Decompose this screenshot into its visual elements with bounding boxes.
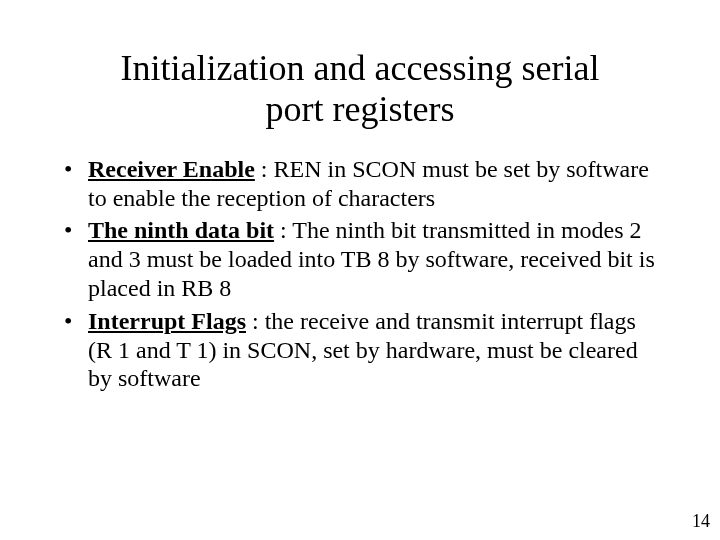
slide: Initialization and accessing serial port… [0, 0, 720, 540]
bullet-term: The ninth data bit [88, 217, 274, 243]
list-item: The ninth data bit : The ninth bit trans… [60, 216, 660, 302]
bullet-term: Receiver Enable [88, 156, 255, 182]
slide-title: Initialization and accessing serial port… [0, 0, 720, 131]
title-line-2: port registers [266, 89, 455, 129]
slide-body: Receiver Enable : REN in SCON must be se… [0, 131, 720, 393]
bullet-list: Receiver Enable : REN in SCON must be se… [60, 155, 660, 393]
bullet-term: Interrupt Flags [88, 308, 246, 334]
title-line-1: Initialization and accessing serial [121, 48, 600, 88]
list-item: Receiver Enable : REN in SCON must be se… [60, 155, 660, 213]
list-item: Interrupt Flags : the receive and transm… [60, 307, 660, 393]
page-number: 14 [692, 511, 710, 532]
